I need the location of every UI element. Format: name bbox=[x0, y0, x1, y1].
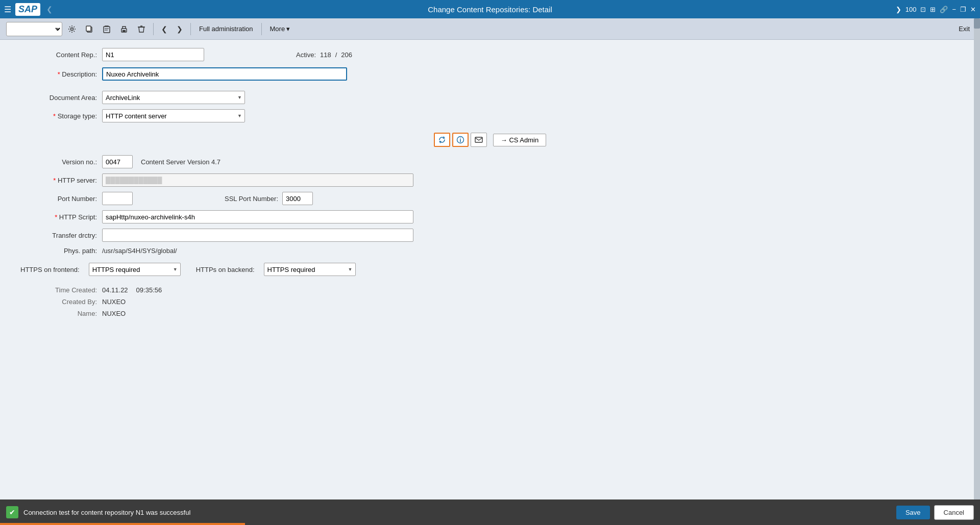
more-btn[interactable]: More ▾ bbox=[266, 23, 295, 35]
status-progress-bar bbox=[0, 523, 245, 525]
https-frontend-select[interactable]: HTTPS required HTTP only bbox=[89, 263, 181, 276]
transfer-drctry-label: Transfer drctry: bbox=[20, 232, 102, 239]
svg-rect-8 bbox=[475, 137, 482, 142]
storage-type-label: Storage type: bbox=[58, 112, 97, 120]
active-value: 118 bbox=[320, 51, 331, 59]
screen-icon[interactable]: ⊡ bbox=[920, 6, 926, 13]
clipboard-toolbar-btn[interactable] bbox=[99, 22, 114, 36]
http-script-required-star: * bbox=[55, 213, 57, 221]
description-required-star: * bbox=[58, 70, 60, 78]
http-server-required-star: * bbox=[53, 177, 56, 184]
main-content: Content Rep.: Active: 118 / 206 * Descri… bbox=[0, 40, 980, 499]
delete-toolbar-btn[interactable] bbox=[134, 22, 149, 36]
sap-logo: SAP bbox=[15, 3, 40, 16]
info-btn[interactable] bbox=[452, 133, 469, 147]
minimize-icon[interactable]: − bbox=[952, 6, 956, 13]
port-number-input[interactable] bbox=[102, 192, 133, 205]
created-by-label: Created By: bbox=[20, 298, 102, 306]
layout-icon[interactable]: ⊞ bbox=[930, 6, 936, 13]
scroll-thumb[interactable] bbox=[974, 18, 980, 29]
navigation-dropdown[interactable] bbox=[6, 22, 62, 36]
exit-btn[interactable]: Exit bbox=[954, 23, 974, 35]
copy-toolbar-btn[interactable] bbox=[82, 22, 97, 36]
content-rep-input[interactable] bbox=[102, 48, 204, 61]
document-area-label: Document Area: bbox=[20, 94, 102, 102]
document-area-select[interactable]: ArchiveLink bbox=[102, 91, 245, 104]
copy-icon bbox=[85, 25, 93, 33]
mail-btn[interactable] bbox=[471, 133, 487, 147]
active-separator: / bbox=[335, 51, 337, 59]
description-input[interactable] bbox=[102, 67, 347, 81]
time-created-date: 04.11.22 bbox=[102, 286, 128, 294]
close-icon[interactable]: ✕ bbox=[970, 6, 976, 13]
save-button[interactable]: Save bbox=[896, 506, 930, 519]
ssl-port-input[interactable] bbox=[282, 192, 313, 205]
svg-rect-2 bbox=[86, 26, 91, 31]
toolbar-separator-1 bbox=[153, 23, 154, 35]
cs-admin-btn[interactable]: → CS Admin bbox=[493, 134, 546, 146]
content-rep-label: Content Rep.: bbox=[20, 51, 102, 59]
system-bar: ☰ SAP ❮ Change Content Repositories: Det… bbox=[0, 0, 980, 18]
version-no-input[interactable] bbox=[102, 155, 133, 168]
delete-icon bbox=[137, 25, 145, 33]
navigation-dropdown-wrapper bbox=[6, 22, 62, 36]
phys-path-label: Phys. path: bbox=[20, 247, 102, 255]
window-title: Change Content Repositories: Detail bbox=[428, 5, 552, 14]
port-number-label: Port Number: bbox=[20, 195, 102, 203]
svg-rect-5 bbox=[122, 30, 126, 32]
status-bar: ✔ Connection test for content repository… bbox=[0, 499, 980, 525]
more-chevron-icon: ▾ bbox=[286, 25, 290, 33]
active-label: Active: bbox=[296, 51, 316, 59]
version-no-label: Version no.: bbox=[20, 158, 102, 166]
name-label: Name: bbox=[20, 310, 102, 317]
mail-icon bbox=[475, 136, 483, 144]
next-btn[interactable]: ❯ bbox=[173, 22, 186, 36]
print-toolbar-btn[interactable] bbox=[116, 22, 132, 36]
prev-btn[interactable]: ❮ bbox=[158, 22, 171, 36]
nav-next-icon[interactable]: ❯ bbox=[896, 6, 901, 13]
svg-point-7 bbox=[460, 138, 461, 139]
sync-icon bbox=[438, 136, 446, 144]
name-value: NUXEO bbox=[102, 310, 126, 317]
http-server-label: HTTP server: bbox=[58, 177, 97, 184]
time-created-label: Time Created: bbox=[20, 286, 102, 294]
share-icon[interactable]: 🔗 bbox=[940, 6, 948, 13]
zoom-level: 100 bbox=[905, 6, 917, 13]
toolbar-separator-2 bbox=[190, 23, 191, 35]
restore-icon[interactable]: ❐ bbox=[960, 6, 966, 13]
settings-toolbar-btn[interactable] bbox=[64, 22, 80, 36]
http-script-label: HTTP Script: bbox=[59, 213, 97, 221]
clipboard-icon bbox=[103, 25, 111, 33]
status-success-icon: ✔ bbox=[6, 506, 18, 518]
https-frontend-label: HTTPS on frontend: bbox=[20, 266, 85, 273]
https-backend-label: HTTPs on backend: bbox=[196, 266, 260, 273]
svg-point-0 bbox=[71, 28, 74, 30]
storage-type-select[interactable]: HTTP content server bbox=[102, 109, 245, 122]
hamburger-icon[interactable]: ☰ bbox=[4, 5, 11, 14]
settings-icon bbox=[68, 25, 76, 33]
scrollbar[interactable] bbox=[974, 18, 980, 499]
toolbar: ❮ ❯ Full administration More ▾ Exit bbox=[0, 18, 980, 40]
active-total-value: 206 bbox=[341, 51, 352, 59]
http-server-input[interactable] bbox=[102, 173, 413, 187]
status-message: Connection test for content repository N… bbox=[23, 509, 896, 516]
action-buttons-row: → CS Admin bbox=[20, 133, 960, 147]
ssl-port-label: SSL Port Number: bbox=[225, 195, 278, 203]
description-label: Description: bbox=[62, 70, 97, 78]
cancel-button[interactable]: Cancel bbox=[934, 505, 974, 520]
https-backend-select[interactable]: HTTPS required HTTP only bbox=[264, 263, 356, 276]
phys-path-value: /usr/sap/S4H/SYS/global/ bbox=[102, 247, 177, 255]
created-by-value: NUXEO bbox=[102, 298, 126, 306]
http-script-input[interactable] bbox=[102, 210, 413, 223]
sync-btn[interactable] bbox=[434, 133, 450, 147]
more-label: More bbox=[270, 25, 285, 33]
storage-type-required-star: * bbox=[53, 112, 56, 120]
time-created-time: 09:35:56 bbox=[136, 286, 162, 294]
toolbar-separator-3 bbox=[261, 23, 262, 35]
transfer-drctry-input[interactable] bbox=[102, 229, 413, 242]
svg-rect-3 bbox=[104, 27, 110, 33]
full-admin-btn[interactable]: Full administration bbox=[195, 23, 257, 35]
content-server-version-label: Content Server Version 4.7 bbox=[141, 158, 220, 166]
nav-back-icon[interactable]: ❮ bbox=[44, 4, 55, 14]
info-icon bbox=[456, 136, 464, 144]
